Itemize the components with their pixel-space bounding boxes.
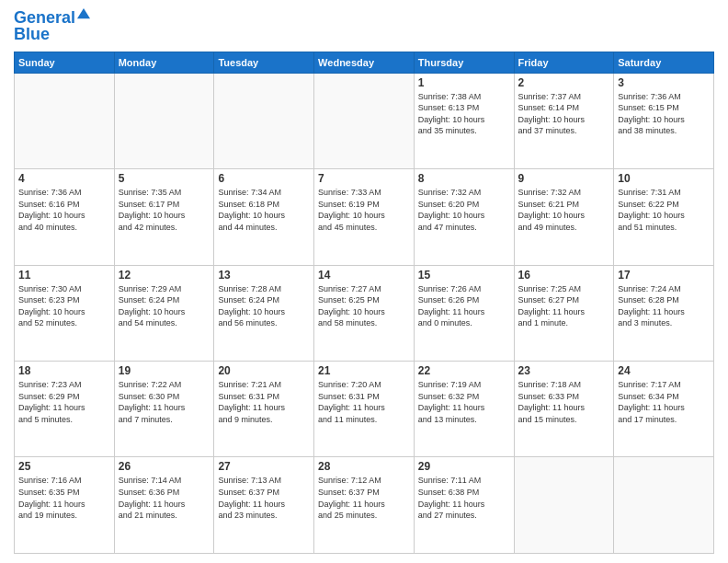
day-cell: 23Sunrise: 7:18 AM Sunset: 6:33 PM Dayli… [514, 362, 614, 457]
day-cell: 8Sunrise: 7:32 AM Sunset: 6:20 PM Daylig… [414, 169, 514, 265]
day-cell: 18Sunrise: 7:23 AM Sunset: 6:29 PM Dayli… [15, 362, 115, 457]
day-info: Sunrise: 7:37 AM Sunset: 6:14 PM Dayligh… [518, 91, 610, 137]
day-cell: 25Sunrise: 7:16 AM Sunset: 6:35 PM Dayli… [15, 457, 115, 554]
day-header-monday: Monday [114, 52, 214, 73]
day-number: 13 [218, 269, 310, 282]
day-cell [514, 457, 614, 554]
day-cell [15, 73, 115, 168]
logo: General Blue [14, 9, 90, 44]
day-info: Sunrise: 7:26 AM Sunset: 6:26 PM Dayligh… [418, 283, 510, 329]
week-row-3: 18Sunrise: 7:23 AM Sunset: 6:29 PM Dayli… [15, 362, 714, 457]
day-cell [314, 73, 415, 168]
day-cell: 6Sunrise: 7:34 AM Sunset: 6:18 PM Daylig… [214, 169, 314, 265]
day-cell [114, 73, 214, 168]
day-header-wednesday: Wednesday [314, 52, 415, 73]
day-number: 17 [618, 269, 710, 282]
day-info: Sunrise: 7:13 AM Sunset: 6:37 PM Dayligh… [218, 475, 310, 521]
day-number: 21 [318, 364, 410, 377]
day-info: Sunrise: 7:18 AM Sunset: 6:33 PM Dayligh… [518, 379, 610, 425]
page: General Blue SundayMondayTuesdayWednesda… [0, 0, 728, 563]
day-info: Sunrise: 7:17 AM Sunset: 6:34 PM Dayligh… [618, 379, 710, 425]
day-number: 20 [218, 364, 310, 377]
day-cell: 24Sunrise: 7:17 AM Sunset: 6:34 PM Dayli… [614, 362, 714, 457]
day-cell: 21Sunrise: 7:20 AM Sunset: 6:31 PM Dayli… [314, 362, 415, 457]
day-number: 7 [318, 172, 410, 185]
logo-icon [77, 8, 90, 21]
day-info: Sunrise: 7:20 AM Sunset: 6:31 PM Dayligh… [318, 379, 410, 425]
day-number: 27 [218, 460, 310, 473]
day-info: Sunrise: 7:34 AM Sunset: 6:18 PM Dayligh… [218, 187, 310, 233]
day-header-row: SundayMondayTuesdayWednesdayThursdayFrid… [15, 52, 714, 73]
day-cell: 20Sunrise: 7:21 AM Sunset: 6:31 PM Dayli… [214, 362, 314, 457]
day-info: Sunrise: 7:16 AM Sunset: 6:35 PM Dayligh… [18, 475, 110, 521]
day-header-friday: Friday [514, 52, 614, 73]
day-cell: 15Sunrise: 7:26 AM Sunset: 6:26 PM Dayli… [414, 265, 514, 361]
day-cell: 26Sunrise: 7:14 AM Sunset: 6:36 PM Dayli… [114, 457, 214, 554]
day-info: Sunrise: 7:32 AM Sunset: 6:20 PM Dayligh… [418, 187, 510, 233]
day-number: 25 [18, 460, 110, 473]
svg-marker-0 [77, 8, 90, 18]
day-info: Sunrise: 7:31 AM Sunset: 6:22 PM Dayligh… [618, 187, 710, 233]
day-cell: 22Sunrise: 7:19 AM Sunset: 6:32 PM Dayli… [414, 362, 514, 457]
day-number: 19 [119, 364, 210, 377]
day-cell: 11Sunrise: 7:30 AM Sunset: 6:23 PM Dayli… [15, 265, 115, 361]
week-row-2: 11Sunrise: 7:30 AM Sunset: 6:23 PM Dayli… [15, 265, 714, 361]
day-cell: 5Sunrise: 7:35 AM Sunset: 6:17 PM Daylig… [114, 169, 214, 265]
day-number: 29 [418, 460, 510, 473]
day-info: Sunrise: 7:23 AM Sunset: 6:29 PM Dayligh… [18, 379, 110, 425]
day-cell: 3Sunrise: 7:36 AM Sunset: 6:15 PM Daylig… [614, 73, 714, 168]
day-number: 9 [518, 172, 610, 185]
day-cell: 2Sunrise: 7:37 AM Sunset: 6:14 PM Daylig… [514, 73, 614, 168]
day-cell: 10Sunrise: 7:31 AM Sunset: 6:22 PM Dayli… [614, 169, 714, 265]
day-number: 22 [418, 364, 510, 377]
day-cell: 4Sunrise: 7:36 AM Sunset: 6:16 PM Daylig… [15, 169, 115, 265]
day-number: 15 [418, 269, 510, 282]
calendar-table: SundayMondayTuesdayWednesdayThursdayFrid… [14, 52, 714, 554]
header: General Blue [14, 9, 714, 44]
day-number: 14 [318, 269, 410, 282]
day-info: Sunrise: 7:27 AM Sunset: 6:25 PM Dayligh… [318, 283, 410, 329]
day-info: Sunrise: 7:30 AM Sunset: 6:23 PM Dayligh… [18, 283, 110, 329]
day-number: 11 [18, 269, 110, 282]
week-row-4: 25Sunrise: 7:16 AM Sunset: 6:35 PM Dayli… [15, 457, 714, 554]
day-info: Sunrise: 7:14 AM Sunset: 6:36 PM Dayligh… [119, 475, 210, 521]
day-cell: 27Sunrise: 7:13 AM Sunset: 6:37 PM Dayli… [214, 457, 314, 554]
day-info: Sunrise: 7:33 AM Sunset: 6:19 PM Dayligh… [318, 187, 410, 233]
day-info: Sunrise: 7:36 AM Sunset: 6:16 PM Dayligh… [18, 187, 110, 233]
day-number: 16 [518, 269, 610, 282]
day-info: Sunrise: 7:28 AM Sunset: 6:24 PM Dayligh… [218, 283, 310, 329]
day-header-sunday: Sunday [15, 52, 115, 73]
day-info: Sunrise: 7:12 AM Sunset: 6:37 PM Dayligh… [318, 475, 410, 521]
week-row-1: 4Sunrise: 7:36 AM Sunset: 6:16 PM Daylig… [15, 169, 714, 265]
day-info: Sunrise: 7:32 AM Sunset: 6:21 PM Dayligh… [518, 187, 610, 233]
day-number: 23 [518, 364, 610, 377]
day-number: 8 [418, 172, 510, 185]
day-cell: 13Sunrise: 7:28 AM Sunset: 6:24 PM Dayli… [214, 265, 314, 361]
day-number: 18 [18, 364, 110, 377]
day-info: Sunrise: 7:38 AM Sunset: 6:13 PM Dayligh… [418, 91, 510, 137]
day-cell: 19Sunrise: 7:22 AM Sunset: 6:30 PM Dayli… [114, 362, 214, 457]
day-info: Sunrise: 7:19 AM Sunset: 6:32 PM Dayligh… [418, 379, 510, 425]
day-cell: 28Sunrise: 7:12 AM Sunset: 6:37 PM Dayli… [314, 457, 415, 554]
day-cell [214, 73, 314, 168]
day-number: 6 [218, 172, 310, 185]
logo-line2: Blue [14, 26, 90, 44]
day-info: Sunrise: 7:21 AM Sunset: 6:31 PM Dayligh… [218, 379, 310, 425]
day-cell: 12Sunrise: 7:29 AM Sunset: 6:24 PM Dayli… [114, 265, 214, 361]
day-header-thursday: Thursday [414, 52, 514, 73]
day-cell: 1Sunrise: 7:38 AM Sunset: 6:13 PM Daylig… [414, 73, 514, 168]
day-number: 12 [119, 269, 210, 282]
day-cell: 9Sunrise: 7:32 AM Sunset: 6:21 PM Daylig… [514, 169, 614, 265]
day-cell: 29Sunrise: 7:11 AM Sunset: 6:38 PM Dayli… [414, 457, 514, 554]
day-cell [614, 457, 714, 554]
day-number: 26 [119, 460, 210, 473]
day-header-tuesday: Tuesday [214, 52, 314, 73]
day-number: 1 [418, 76, 510, 89]
day-info: Sunrise: 7:11 AM Sunset: 6:38 PM Dayligh… [418, 475, 510, 521]
day-number: 2 [518, 76, 610, 89]
day-cell: 16Sunrise: 7:25 AM Sunset: 6:27 PM Dayli… [514, 265, 614, 361]
day-cell: 7Sunrise: 7:33 AM Sunset: 6:19 PM Daylig… [314, 169, 415, 265]
day-number: 3 [618, 76, 710, 89]
day-number: 28 [318, 460, 410, 473]
week-row-0: 1Sunrise: 7:38 AM Sunset: 6:13 PM Daylig… [15, 73, 714, 168]
